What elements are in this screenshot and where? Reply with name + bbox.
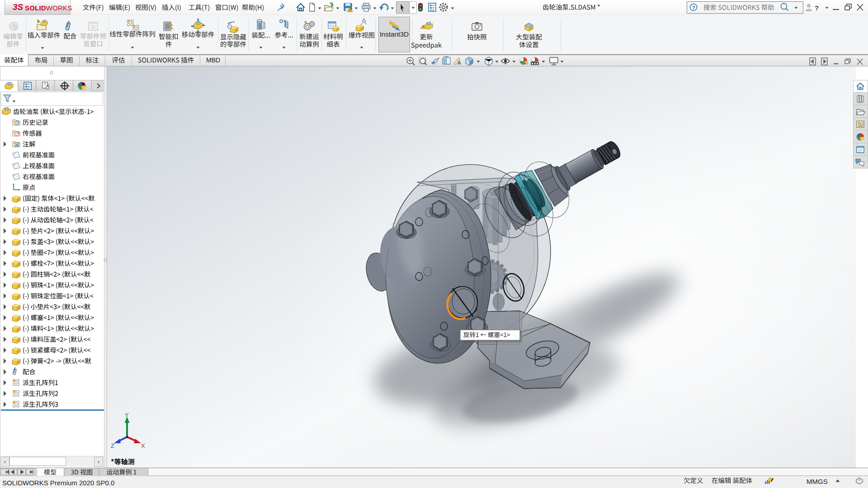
svg-text:Z: Z [111, 442, 114, 449]
svg-text:?: ? [692, 5, 695, 10]
svg-text:Y: Y [125, 412, 129, 418]
svg-text:A: A [16, 143, 19, 147]
svg-text:A: A [458, 60, 461, 66]
svg-text:X: X [141, 442, 145, 449]
svg-text:?: ? [815, 4, 819, 12]
